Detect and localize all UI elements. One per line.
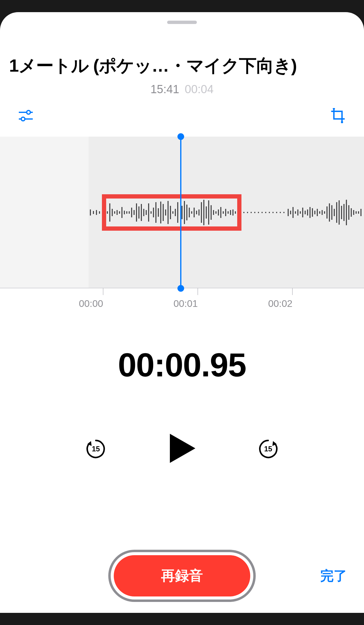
svg-text:15: 15 (264, 445, 272, 453)
recording-meta: 15:41 00:04 (0, 83, 364, 96)
sliders-icon (18, 108, 33, 123)
recording-title[interactable]: 1メートル (ポケッ…・マイク下向き) (0, 55, 364, 77)
ruler-label: 00:00 (79, 298, 103, 309)
current-time-display: 00:00.95 (0, 345, 364, 384)
recording-editor-sheet: 1メートル (ポケッ…・マイク下向き) 15:41 00:04 (0, 12, 364, 613)
done-button[interactable]: 完了 (320, 567, 347, 585)
svg-point-4 (333, 108, 335, 110)
svg-marker-111 (170, 434, 195, 463)
waveform-area[interactable] (0, 137, 364, 288)
settings-button[interactable] (18, 108, 33, 124)
svg-point-3 (21, 117, 25, 121)
sheet-grabber[interactable] (167, 21, 197, 24)
play-button[interactable] (167, 433, 197, 465)
crop-icon (331, 108, 346, 123)
play-icon (167, 433, 197, 464)
svg-point-1 (27, 110, 30, 114)
ruler-label: 00:02 (268, 298, 292, 309)
svg-point-5 (341, 121, 343, 123)
svg-text:15: 15 (92, 445, 100, 453)
ruler-label: 00:01 (174, 298, 198, 309)
recording-duration: 00:04 (185, 83, 214, 96)
skip-forward-button[interactable]: 15 (257, 437, 279, 460)
waveform (0, 194, 364, 231)
time-ruler: 00:00 00:01 00:02 (0, 288, 364, 315)
skip-back-button[interactable]: 15 (85, 437, 107, 460)
recorded-time: 15:41 (150, 83, 179, 96)
skip-forward-15-icon: 15 (257, 437, 279, 459)
trim-button[interactable] (331, 108, 346, 124)
re-record-button[interactable]: 再録音 (114, 555, 250, 596)
playhead[interactable] (180, 137, 181, 288)
skip-back-15-icon: 15 (85, 437, 107, 459)
